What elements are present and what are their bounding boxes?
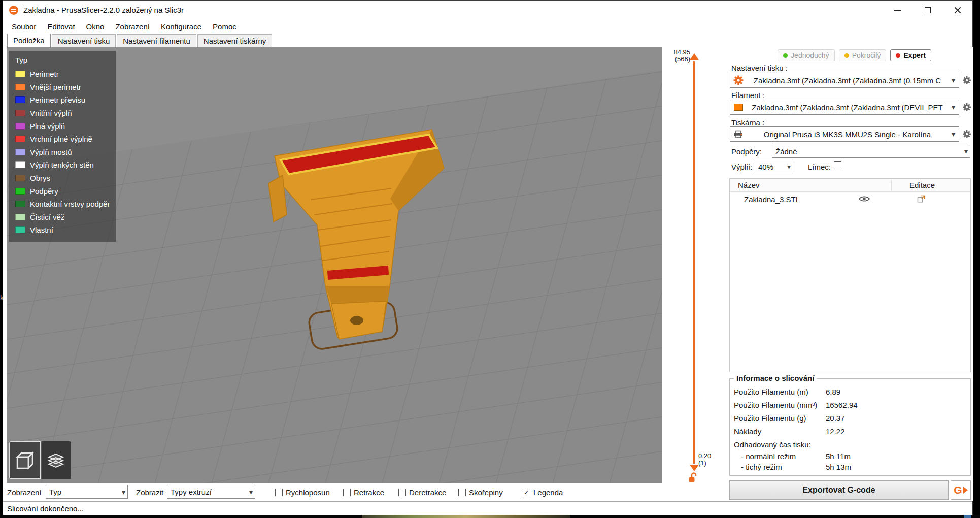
legend-color-swatch [15,149,25,155]
legend-color-swatch [15,136,25,142]
menu-zobrazeni[interactable]: Zobrazení [110,22,155,31]
legend-item: Perimetr převisu [9,93,116,107]
menu-pomoc[interactable]: Pomoc [207,22,242,31]
mode-dot-red [896,53,900,58]
legend-item: Vnější perimetr [9,81,116,94]
minimize-button[interactable] [883,1,913,19]
info-row: Použito Filamentu (mm³)16562.94 [730,398,970,411]
view-label: Zobrazení [7,488,42,497]
bottom-toolbar: Zobrazení Typ ▾ Zobrazit Typy extruzí ▾ … [3,483,729,501]
infill-label: Výplň: [731,163,753,171]
checkbox-rychloposun[interactable]: ✓ Rychloposun [275,488,330,497]
brim-label: Límec: [808,163,831,171]
maximize-button[interactable] [913,1,942,19]
prusaslicer-app-icon [9,6,18,15]
tab-nastaveni-tisku[interactable]: Nastavení tisku [52,34,116,47]
object-row[interactable]: Zakladna_3.STL [730,192,970,206]
menu-editovat[interactable]: Editovat [42,22,80,31]
printer-label: Tiskárna : [731,118,764,127]
app-window: Zakladna - PrusaSlicer-2.2.0 založený na… [3,0,973,515]
legend-color-swatch [15,188,25,195]
print-settings-combo[interactable]: Zakladna.3mf (Zakladna.3mf (Zakladna.3mf… [730,73,959,88]
menu-konfigurace[interactable]: Konfigurace [155,22,207,31]
checkbox-deretrakce[interactable]: ✓ Deretrakce [398,488,446,497]
legend-item: Výplň tenkých stěn [9,158,116,172]
taskbar-corner-fragment [964,515,971,518]
gcode-export-icon-button[interactable]: G [951,480,971,500]
desktop-bottom-strip [0,515,980,518]
slider-top-arrow[interactable] [690,53,699,60]
info-row: Odhadovaný čas tisku: [730,438,970,451]
mode-expert-button[interactable]: Expert [890,49,931,61]
filament-gear-button[interactable] [962,102,972,112]
right-panel: Jednoduchý Pokročilý Expert Nastavení ti… [729,47,973,501]
show-label: Zobrazit [136,488,163,497]
legend-item: Obrys [9,172,116,185]
title-bar: Zakladna - PrusaSlicer-2.2.0 založený na… [3,1,972,19]
layer-slider-track[interactable] [693,61,695,464]
supports-select[interactable]: Žádné ▾ [772,145,970,158]
legend-color-swatch [15,201,25,207]
gcode-letter: G [954,484,962,496]
mode-selector: Jednoduchý Pokročilý Expert [778,49,931,61]
legend-color-swatch [15,161,25,168]
mode-pokrocily-button[interactable]: Pokročilý [839,49,887,61]
mode-dot-yellow [844,53,849,58]
tab-nastaveni-tiskarny[interactable]: Nastavení tiskárny [197,34,272,47]
mode-dot-green [783,53,788,58]
unlock-icon[interactable] [688,472,697,483]
checkbox-retrakce[interactable]: ✓ Retrakce [343,488,384,497]
mode-jednoduchy-button[interactable]: Jednoduchý [778,49,835,61]
status-text: Slicování dokončeno... [7,504,84,513]
legend-color-swatch [15,84,25,90]
print-settings-label: Nastavení tisku : [731,63,788,72]
window-controls [883,1,972,19]
info-row: - normální režim5h 11m [730,451,970,462]
printer-combo[interactable]: Original Prusa i3 MK3S MMU2S Single - Ka… [730,126,959,142]
brim-checkbox[interactable]: ✓ [834,161,841,169]
legend-item: Perimetr [9,68,116,81]
cube-3d-icon [13,449,37,472]
menu-bar: Soubor Editovat Okno Zobrazení Konfigura… [3,19,972,34]
close-button[interactable] [942,1,972,19]
info-row: Náklady12.22 [730,425,970,438]
legend-color-swatch [15,226,25,233]
legend-color-swatch [15,214,25,220]
visibility-eye-icon[interactable] [859,195,870,203]
view-mode-select[interactable]: Typ ▾ [46,485,128,499]
legend-item: Vlastní [9,223,116,237]
printer-gear-button[interactable] [962,129,972,139]
info-row: Použito Filamentu (g)20.37 [730,411,970,425]
show-select[interactable]: Typy extruzí ▾ [167,485,255,499]
menu-okno[interactable]: Okno [81,22,110,31]
minimize-icon [894,10,901,11]
print-settings-gear-button[interactable] [962,75,972,85]
legend-color-swatch [15,96,25,103]
maximize-icon [925,7,931,13]
view-3d-button[interactable] [9,441,41,479]
legend-color-swatch [15,123,25,130]
menu-soubor[interactable]: Soubor [6,22,42,31]
checkbox-legenda[interactable]: ✓ Legenda [523,488,563,497]
chevron-down-icon: ▾ [950,76,957,84]
viewport-3d[interactable]: Typ Perimetr Vnější perimetr Perimetr př… [7,47,662,483]
tab-podlozka[interactable]: Podložka [7,34,51,47]
legend-item: Vnitřní výplň [9,107,116,120]
slicing-info-title: Informace o slicování [734,374,817,382]
chevron-down-icon: ▾ [785,163,793,171]
export-gcode-button[interactable]: Exportovat G-code [729,480,949,500]
tab-nastaveni-filamentu[interactable]: Nastavení filamentu [117,34,196,47]
infill-select[interactable]: 40% ▾ [755,160,793,173]
chevron-down-icon: ▾ [950,103,957,111]
chevron-down-icon: ▾ [120,488,127,496]
filament-combo[interactable]: Zakladna.3mf (Zakladna.3mf (Zakladna.3mf… [730,100,959,115]
layer-slider-strip: 84.95 (566) 0.20 (1) [662,47,729,483]
checkbox-skorepiny[interactable]: ✓ Skořepiny [458,488,503,497]
status-bar: Slicování dokončeno... [3,501,972,515]
slider-bottom-arrow[interactable] [690,465,699,471]
chevron-down-icon: ▾ [950,130,957,138]
legend-color-swatch [15,71,25,77]
column-header-editace: Editace [909,181,935,189]
view-layers-button[interactable] [41,441,72,479]
edit-object-icon[interactable] [917,195,926,204]
